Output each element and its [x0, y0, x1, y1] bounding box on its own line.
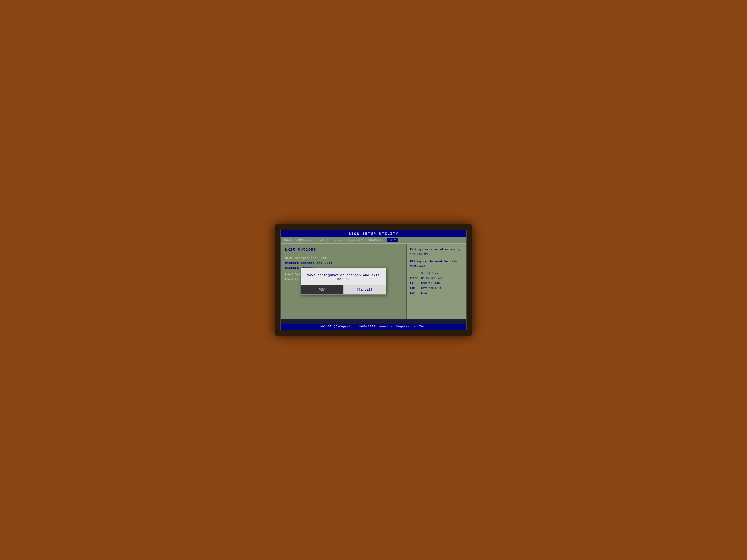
key-row-esc: ESC Exit	[410, 291, 463, 295]
bios-title: BIOS SETUP UTILITY	[349, 232, 398, 236]
dialog-cancel-button[interactable]: [Cancel]	[343, 285, 386, 294]
bios-screen: BIOS SETUP UTILITY Main Advanced PCIPnP …	[280, 230, 467, 330]
key-arrows-desc: Select Item	[421, 271, 438, 275]
key-arrows: ↑↓	[410, 271, 419, 275]
nav-advanced[interactable]: Advanced	[297, 238, 312, 242]
dialog-buttons: [Ok] [Cancel]	[301, 285, 386, 294]
key-f10-desc: Save and Exit	[421, 286, 441, 290]
key-f1: F1	[410, 281, 419, 285]
nav-exit[interactable]: Exit	[387, 238, 397, 242]
nav-boot[interactable]: Boot	[335, 238, 342, 242]
dialog-ok-button[interactable]: [Ok]	[301, 285, 343, 294]
key-esc-desc: Exit	[421, 291, 428, 295]
nav-bar: Main Advanced PCIPnP Boot Security Chips…	[281, 237, 466, 244]
right-panel: Exit system setup after saving the chang…	[406, 244, 466, 319]
nav-pciPnp[interactable]: PCIPnP	[318, 238, 329, 242]
content-area: Exit Options Save Changes and Exit Disca…	[281, 244, 466, 319]
nav-security[interactable]: Security	[347, 238, 363, 242]
key-row-f10: F10 Save and Exit	[410, 286, 463, 290]
key-help: ↑↓ Select Item Enter Go to Sub Scre F1 G…	[410, 271, 463, 295]
key-row-enter: Enter Go to Sub Scre	[410, 276, 463, 281]
key-row-arrows: ↑↓ Select Item	[410, 271, 463, 275]
key-f1-desc: General Help	[421, 281, 440, 285]
key-f10: F10	[410, 286, 419, 290]
help-text: Exit system setup after saving the chang…	[410, 247, 463, 256]
monitor-frame: BIOS SETUP UTILITY Main Advanced PCIPnP …	[275, 224, 472, 336]
copyright-text: v02.67 (C)Copyright 1985-2009, American …	[320, 325, 427, 328]
key-enter-desc: Go to Sub Scre	[421, 276, 443, 281]
help-text-content: Exit system setup after saving the chang…	[410, 248, 460, 256]
dialog-box: Save configuration changes and exit setu…	[301, 268, 386, 295]
title-bar: BIOS SETUP UTILITY	[281, 230, 466, 237]
key-row-f1: F1 General Help	[410, 281, 463, 285]
key-enter: Enter	[410, 276, 419, 281]
bottom-bar-dark	[281, 319, 466, 324]
left-panel: Exit Options Save Changes and Exit Disca…	[281, 244, 406, 319]
bottom-bar-blue: v02.67 (C)Copyright 1985-2009, American …	[281, 324, 466, 330]
nav-chipset[interactable]: Chipset	[368, 238, 382, 242]
key-esc: ESC	[410, 291, 419, 295]
dialog-message: Save configuration changes and exit setu…	[301, 268, 386, 285]
f10-note: F10 key can be used for this operation.	[410, 259, 463, 268]
f10-note-content: F10 key can be used for this operation.	[410, 260, 457, 268]
nav-main[interactable]: Main	[284, 238, 292, 242]
dialog-overlay: Save configuration changes and exit setu…	[281, 244, 406, 319]
